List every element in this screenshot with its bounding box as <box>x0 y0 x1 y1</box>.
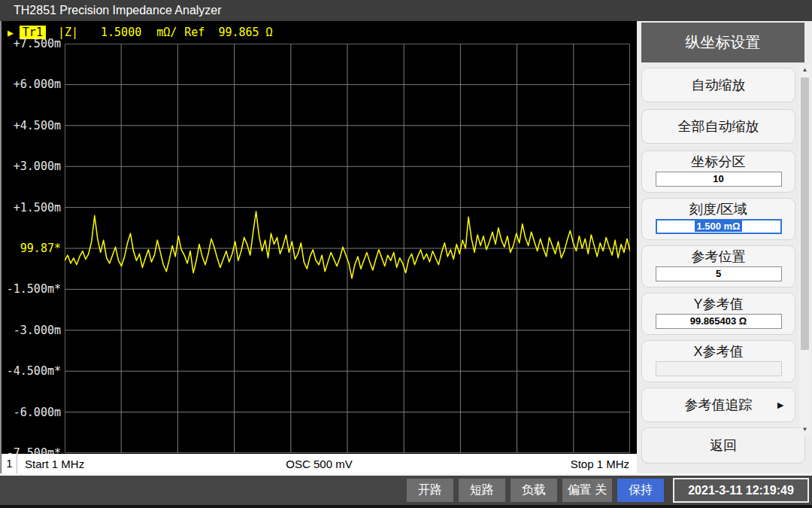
y-axis-tick-label: +3.000m <box>2 160 61 173</box>
short-correction-button[interactable]: 短路 <box>459 479 505 502</box>
scroll-up-icon[interactable]: ▲ <box>799 65 810 75</box>
selected-text: 1.500 mΩ <box>695 221 741 232</box>
load-correction-button[interactable]: 负载 <box>511 479 557 502</box>
trace-info-bar: ▶ Tr1 |Z| 1.5000 mΩ/ Ref 99.865 Ω <box>2 21 637 44</box>
start-frequency-label: Start 1 MHz <box>25 458 84 470</box>
divisions-label: 坐标分区 <box>642 153 795 171</box>
sidebar-button-list: 自动缩放 全部自动缩放 坐标分区 10 刻度/区域 1.500 mΩ 参考位置 … <box>641 68 795 470</box>
osc-level-label: OSC 500 mV <box>286 458 352 470</box>
y-reference-input[interactable]: 99.865403 Ω <box>656 314 782 329</box>
y-axis-tick-label: 99.87* <box>2 242 61 255</box>
open-correction-button[interactable]: 开路 <box>407 479 453 502</box>
window-title: TH2851 Precision Impedance Analyzer <box>0 0 812 21</box>
auto-scale-all-button[interactable]: 全部自动缩放 <box>641 109 795 144</box>
status-bar: 开路 短路 负载 偏置 关 保持 2021-3-11 12:19:49 <box>0 473 812 508</box>
y-axis-tick-label: +6.000m <box>2 78 61 91</box>
sidebar-y-axis-settings: 纵坐标设置 自动缩放 全部自动缩放 坐标分区 10 刻度/区域 1.500 mΩ… <box>637 21 812 473</box>
submenu-arrow-icon: ► <box>775 399 786 411</box>
instrument-screen: ▶ Tr1 |Z| 1.5000 mΩ/ Ref 99.865 Ω +7.500… <box>0 21 637 473</box>
y-axis-tick-label: -1.500m* <box>2 282 61 296</box>
scale-per-division-label: 刻度/区域 <box>642 200 795 218</box>
back-button[interactable]: 返回 <box>641 427 805 464</box>
reference-position-input[interactable]: 5 <box>656 266 782 281</box>
divisions-input[interactable]: 10 <box>656 172 782 187</box>
y-axis-tick-label: +4.500m <box>2 119 61 132</box>
reference-tracking-label: 参考值追踪 <box>685 396 753 414</box>
y-axis-tick-label: -6.000m <box>2 406 61 419</box>
reference-position-label: 参考位置 <box>642 248 795 266</box>
stop-frequency-label: Stop 1 MHz <box>571 458 637 470</box>
bias-off-button[interactable]: 偏置 关 <box>562 479 612 502</box>
chart-footer: 1 Start 1 MHz OSC 500 mV Stop 1 MHz <box>2 454 637 473</box>
scrollbar-thumb[interactable] <box>801 78 809 350</box>
x-reference-input[interactable] <box>656 361 782 376</box>
x-reference-group: X参考值 <box>641 340 795 382</box>
y-reference-group: Y参考值 99.865403 Ω <box>641 293 795 335</box>
chart-area: +7.500m+6.000m+4.500m+3.000m+1.500m99.87… <box>2 44 637 454</box>
scroll-down-icon[interactable]: ▼ <box>799 424 810 435</box>
trace-scale-unit: mΩ/ <box>156 26 177 39</box>
reference-position-group: 参考位置 5 <box>641 245 795 287</box>
channel-indicator: 1 <box>2 454 17 473</box>
hold-button[interactable]: 保持 <box>617 479 664 502</box>
y-axis-tick-label: +7.500m <box>2 37 61 50</box>
divisions-group: 坐标分区 10 <box>641 151 795 193</box>
scale-per-division-group: 刻度/区域 1.500 mΩ <box>641 198 795 240</box>
sidebar-title: 纵坐标设置 <box>641 23 804 62</box>
y-axis-tick-label: -3.000m <box>2 324 61 337</box>
datetime-display: 2021-3-11 12:19:49 <box>673 478 809 503</box>
scale-per-division-input[interactable]: 1.500 mΩ <box>656 219 782 234</box>
trace-ref-value: 99.865 Ω <box>218 26 272 39</box>
reference-tracking-button[interactable]: 参考值追踪 ► <box>641 388 795 422</box>
impedance-trace-plot <box>65 44 630 453</box>
y-reference-label: Y参考值 <box>642 295 795 313</box>
trace-scale-value: 1.5000 <box>101 26 141 39</box>
x-reference-label: X参考值 <box>642 342 795 360</box>
sidebar-scrollbar[interactable]: ▲ ▼ <box>799 65 810 435</box>
trace-ref-label: Ref <box>184 26 205 39</box>
y-axis-tick-label: +1.500m <box>2 201 61 214</box>
auto-scale-button[interactable]: 自动缩放 <box>641 68 795 102</box>
y-axis-tick-label: -4.500m* <box>2 364 61 378</box>
app-window: TH2851 Precision Impedance Analyzer ▶ Tr… <box>0 0 812 508</box>
